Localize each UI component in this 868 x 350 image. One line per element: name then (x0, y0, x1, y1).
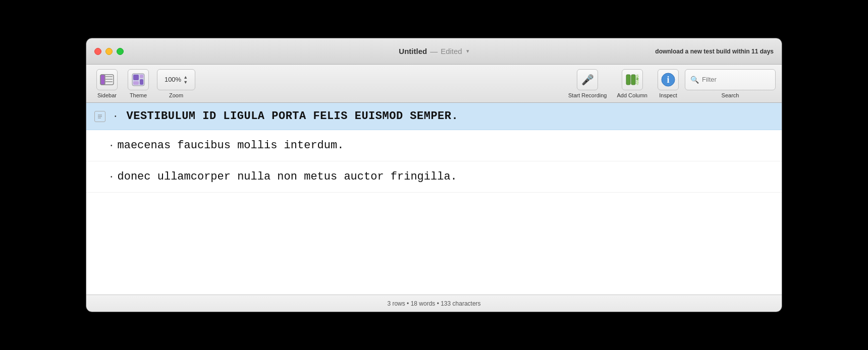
title-dropdown-icon[interactable]: ▾ (466, 48, 469, 54)
inspect-label: Inspect (659, 92, 677, 98)
svg-rect-8 (140, 75, 143, 78)
sidebar-icon-box (96, 69, 118, 90)
svg-rect-1 (100, 75, 105, 85)
inspect-button[interactable]: i Inspect (654, 67, 683, 100)
paragraph-icon (97, 113, 103, 120)
svg-rect-7 (133, 81, 139, 85)
zoom-label: Zoom (169, 92, 183, 98)
table-row[interactable]: • donec ullamcorper nulla non metus auct… (86, 161, 782, 193)
bullet-icon: • (111, 174, 113, 180)
row-3-text: donec ullamcorper nulla non metus auctor… (118, 170, 457, 183)
minimize-button[interactable] (105, 48, 113, 55)
table-row[interactable]: • VESTIBULUM ID LIGULA PORTA FELIS EUISM… (86, 103, 782, 130)
add-column-label: Add Column (617, 92, 647, 98)
toolbar: Sidebar Theme 100% ▲▼ Zoom (86, 65, 782, 103)
start-recording-label: Start Recording (568, 92, 607, 98)
table-row[interactable]: • maecenas faucibus mollis interdum. (86, 130, 782, 161)
row-expand-icon (94, 111, 105, 122)
sidebar-icon (100, 74, 114, 85)
search-input-wrap[interactable]: 🔍 (685, 69, 776, 90)
status-text: 3 rows • 18 words • 133 characters (387, 300, 480, 307)
svg-rect-10 (626, 75, 630, 85)
title-separator: — (430, 47, 438, 55)
zoom-button[interactable]: 100% ▲▼ Zoom (155, 67, 197, 100)
notification-text: download a new test build within 11 days (655, 48, 774, 55)
document-title: Untitled (399, 47, 427, 55)
add-column-icon-box: + (622, 69, 643, 90)
inspect-icon-box: i (658, 69, 679, 90)
app-window: Untitled — Edited ▾ download a new test … (86, 38, 782, 312)
start-recording-icon-box: 🎤 (577, 69, 598, 90)
empty-space (86, 193, 782, 233)
theme-icon-box (128, 69, 149, 90)
document-edited-label: Edited (441, 47, 462, 55)
sidebar-button[interactable]: Sidebar (92, 67, 122, 100)
row-1-text: VESTIBULUM ID LIGULA PORTA FELIS EUISMOD… (127, 110, 459, 123)
search-box: 🔍 Search (685, 69, 776, 98)
bullet-icon: • (115, 113, 117, 119)
svg-text:+: + (636, 76, 639, 82)
zoom-box: 100% ▲▼ (157, 69, 195, 90)
search-label: Search (722, 92, 739, 98)
svg-rect-11 (631, 75, 635, 85)
svg-rect-6 (133, 75, 139, 80)
info-icon: i (661, 72, 676, 87)
title-bar: Untitled — Edited ▾ download a new test … (86, 38, 782, 65)
microphone-icon: 🎤 (581, 74, 594, 86)
search-icon: 🔍 (690, 76, 699, 84)
start-recording-button[interactable]: 🎤 Start Recording (564, 67, 611, 100)
theme-icon (131, 73, 145, 87)
bullet-icon: • (111, 143, 113, 148)
zoom-value: 100% (165, 76, 181, 83)
search-input[interactable] (702, 76, 770, 83)
status-bar: 3 rows • 18 words • 133 characters (86, 295, 782, 312)
svg-text:i: i (667, 75, 669, 85)
zoom-stepper-icon: ▲▼ (183, 75, 188, 85)
sidebar-label: Sidebar (97, 92, 117, 98)
svg-rect-9 (140, 79, 143, 85)
theme-button[interactable]: Theme (124, 67, 153, 100)
add-column-icon: + (625, 73, 639, 87)
row-2-text: maecenas faucibus mollis interdum. (118, 139, 344, 152)
title-center: Untitled — Edited ▾ (399, 47, 469, 55)
content-area: • VESTIBULUM ID LIGULA PORTA FELIS EUISM… (86, 103, 782, 295)
close-button[interactable] (94, 48, 101, 55)
add-column-button[interactable]: + Add Column (613, 67, 652, 100)
maximize-button[interactable] (117, 48, 124, 55)
theme-label: Theme (130, 92, 147, 98)
traffic-lights (94, 48, 124, 55)
